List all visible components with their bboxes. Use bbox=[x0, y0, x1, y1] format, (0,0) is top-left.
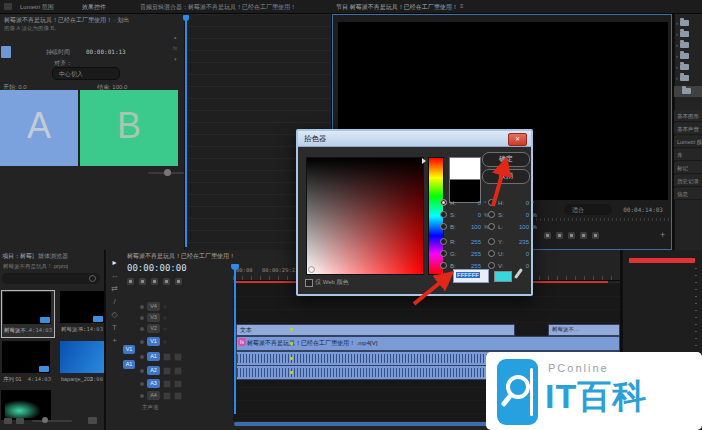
lock-icon[interactable] bbox=[140, 394, 144, 398]
radio-u[interactable] bbox=[488, 250, 495, 257]
field-s[interactable]: S:0% bbox=[440, 211, 492, 218]
sequence-tab[interactable]: 树莓派不再是玩具！已经在工厂里使用！ bbox=[127, 252, 297, 261]
pen-tool[interactable]: + bbox=[107, 336, 122, 346]
solo-button[interactable] bbox=[174, 367, 182, 375]
rail-panel-markers[interactable]: 标记 bbox=[674, 162, 702, 174]
panel-menu-icon[interactable]: ≡ bbox=[460, 3, 464, 9]
radio-h[interactable] bbox=[440, 199, 447, 206]
track-badge[interactable]: A4 bbox=[147, 391, 160, 400]
rail-panel-essential-graphics[interactable]: 基本图形 bbox=[674, 110, 702, 122]
close-button[interactable]: ✕ bbox=[508, 133, 527, 146]
project-search-input[interactable] bbox=[2, 273, 100, 284]
project-item[interactable]: bapanje_2020-… 3:00 bbox=[59, 340, 111, 386]
rail-panel-info[interactable]: 信息 bbox=[674, 188, 702, 200]
ok-button[interactable]: 确定 bbox=[482, 152, 530, 167]
field-v[interactable]: V:0 bbox=[488, 262, 540, 269]
track-badge[interactable]: V3 bbox=[147, 313, 160, 322]
bin-expander-icon[interactable]: › bbox=[676, 42, 678, 48]
ec-playhead[interactable] bbox=[185, 15, 187, 247]
bin-row[interactable]: › bbox=[676, 40, 700, 49]
bin-row-selected[interactable] bbox=[674, 86, 702, 97]
source-patch-video[interactable]: V1 bbox=[123, 337, 135, 347]
project-item-thumb-glow[interactable] bbox=[1, 390, 51, 420]
field-r[interactable]: R:255 bbox=[440, 238, 492, 245]
track-output-toggle-icon[interactable]: ○ bbox=[163, 326, 167, 332]
track-header-v4[interactable]: V4○ bbox=[140, 302, 167, 311]
ripple-edit-tool[interactable]: ⇄ bbox=[107, 284, 122, 294]
field-l[interactable]: L:100% bbox=[488, 223, 540, 230]
bin-expander-icon[interactable]: › bbox=[676, 53, 678, 59]
tab-lumetri-scopes[interactable]: Lumetri 范围 bbox=[20, 3, 54, 12]
radio-l[interactable] bbox=[488, 223, 495, 230]
track-output-toggle-icon[interactable]: ○ bbox=[163, 315, 167, 321]
alignment-dropdown[interactable]: 中心切入 bbox=[52, 67, 120, 80]
field-y[interactable]: Y:235 bbox=[488, 238, 540, 245]
slip-tool[interactable]: ◇ bbox=[107, 310, 122, 320]
track-header-a1[interactable]: A1 bbox=[140, 352, 182, 361]
track-badge[interactable]: A1 bbox=[147, 352, 160, 361]
cancel-button[interactable]: 取消 bbox=[482, 169, 530, 184]
list-view-icon[interactable] bbox=[4, 418, 12, 424]
program-scrub-bar[interactable] bbox=[536, 218, 669, 221]
bin-row[interactable]: › bbox=[676, 73, 700, 82]
radio-s[interactable] bbox=[440, 211, 447, 218]
video-clip-v1[interactable]: fx 树莓派不再是玩具！已经在工厂里使用！ .mp4[V] bbox=[236, 336, 620, 351]
snap-icon[interactable] bbox=[139, 278, 146, 285]
solo-button[interactable] bbox=[174, 353, 182, 361]
lock-icon[interactable] bbox=[140, 316, 144, 320]
track-header-v3[interactable]: V3○ bbox=[140, 313, 167, 322]
razor-tool[interactable]: / bbox=[107, 297, 122, 307]
settings-wrench-icon[interactable] bbox=[592, 232, 599, 239]
mute-button[interactable] bbox=[163, 392, 171, 400]
project-item[interactable]: 序列 01 4:14:03 bbox=[1, 340, 53, 386]
mute-button[interactable] bbox=[163, 353, 171, 361]
track-badge[interactable]: A2 bbox=[147, 366, 160, 375]
lock-icon[interactable] bbox=[140, 340, 144, 344]
timeline-playhead[interactable] bbox=[234, 264, 236, 414]
track-badge[interactable]: V4 bbox=[147, 302, 160, 311]
lock-icon[interactable] bbox=[140, 305, 144, 309]
radio-v[interactable] bbox=[488, 262, 495, 269]
bin-expander-icon[interactable]: › bbox=[676, 20, 678, 26]
button-editor-plus-icon[interactable]: + bbox=[660, 230, 665, 240]
track-badge[interactable]: V2 bbox=[147, 324, 160, 333]
track-header-v1[interactable]: V1○ bbox=[140, 337, 167, 346]
project-item[interactable]: 树莓派不… 4:14:03 bbox=[59, 290, 111, 336]
export-frame-icon[interactable] bbox=[568, 232, 575, 239]
field-s2[interactable]: S:0% bbox=[488, 211, 540, 218]
bin-row[interactable]: › bbox=[676, 18, 700, 27]
field-h2[interactable]: H:0° bbox=[488, 199, 540, 206]
source-patch-audio[interactable]: A1 bbox=[123, 352, 135, 362]
track-output-toggle-icon[interactable]: ○ bbox=[163, 339, 167, 345]
tab-project[interactable]: 项目：树莓派不再是玩 bbox=[2, 252, 34, 261]
track-header-v2[interactable]: V2○ bbox=[140, 324, 167, 333]
graphics-clip-partial[interactable]: 树莓派不… bbox=[548, 324, 620, 336]
type-tool[interactable]: T bbox=[107, 323, 122, 333]
tab-effect-controls[interactable]: 效果控件 bbox=[82, 3, 106, 12]
field-g[interactable]: G:255 bbox=[440, 250, 492, 257]
tab-audio-mixer[interactable]: 音频剪辑混合器：树莓派不再是玩具！已经在工厂里使用！ bbox=[140, 3, 328, 12]
new-bin-icon[interactable] bbox=[88, 417, 97, 424]
track-header-a4[interactable]: A4 bbox=[140, 391, 182, 400]
tab-program-monitor[interactable]: 节目 树莓派不再是玩具！已经在工厂里使用！ bbox=[336, 3, 458, 12]
transition-preview-b[interactable]: B bbox=[80, 90, 178, 166]
bin-row[interactable]: › bbox=[676, 51, 700, 60]
lock-icon[interactable] bbox=[140, 382, 144, 386]
add-marker-icon[interactable] bbox=[163, 278, 170, 285]
eyedropper-icon[interactable] bbox=[514, 268, 523, 279]
color-field-cursor[interactable] bbox=[308, 266, 315, 273]
field-b2[interactable]: B:255 bbox=[440, 262, 492, 269]
lift-icon[interactable] bbox=[544, 232, 551, 239]
timeline-playhead-timecode[interactable]: 00:00:00:00 bbox=[127, 263, 187, 273]
graphics-clip[interactable]: 文本 bbox=[236, 324, 515, 336]
bin-expander-icon[interactable]: › bbox=[676, 75, 678, 81]
track-output-toggle-icon[interactable]: ○ bbox=[163, 304, 167, 310]
radio-r[interactable] bbox=[440, 238, 447, 245]
radio-b[interactable] bbox=[440, 223, 447, 230]
bin-expander-icon[interactable]: › bbox=[676, 64, 678, 70]
timeline-settings-icon[interactable] bbox=[175, 278, 182, 285]
lock-icon[interactable] bbox=[140, 327, 144, 331]
transition-preview-a[interactable]: A bbox=[0, 90, 78, 166]
dialog-title-bar[interactable]: 拾色器 ✕ bbox=[298, 131, 531, 147]
web-colors-checkbox[interactable] bbox=[305, 279, 313, 287]
